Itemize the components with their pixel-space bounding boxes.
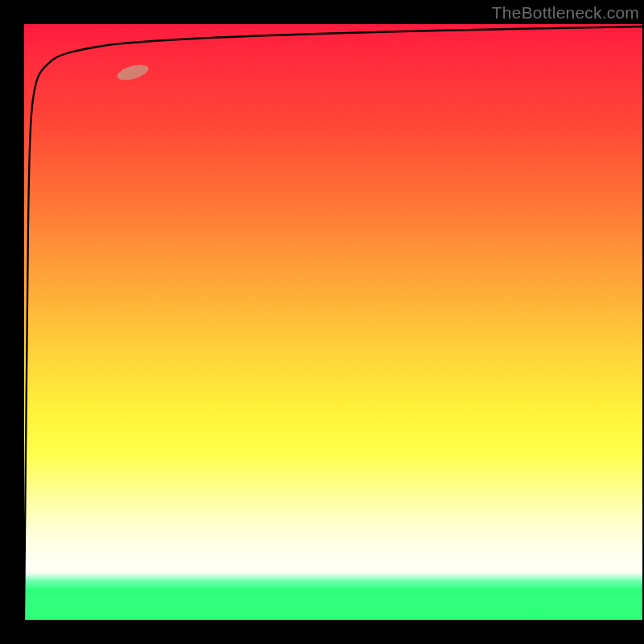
chart-frame: TheBottleneck.com	[0, 0, 644, 644]
svg-point-0	[116, 62, 151, 83]
bottleneck-curve	[24, 27, 642, 620]
curve-marker	[116, 62, 151, 83]
plot-area	[24, 24, 642, 620]
curve-svg	[24, 24, 642, 620]
attribution-text: TheBottleneck.com	[492, 3, 639, 23]
